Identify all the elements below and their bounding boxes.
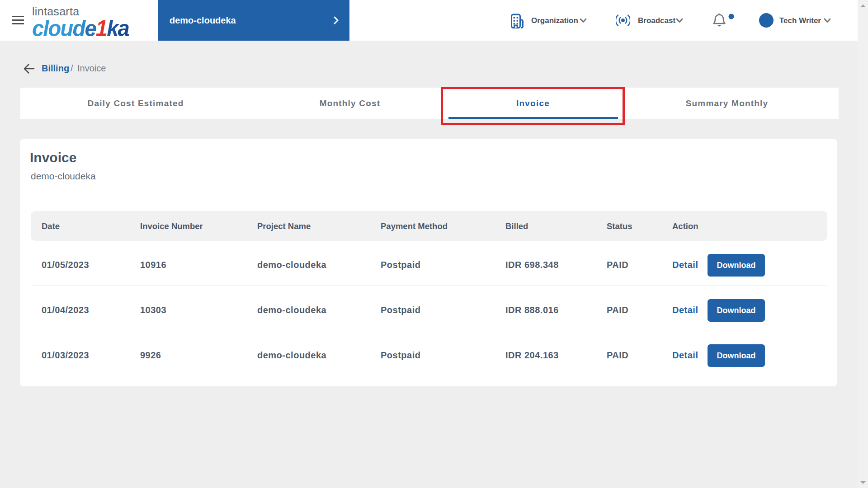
svg-text:cloude1ka: cloude1ka bbox=[32, 16, 129, 38]
